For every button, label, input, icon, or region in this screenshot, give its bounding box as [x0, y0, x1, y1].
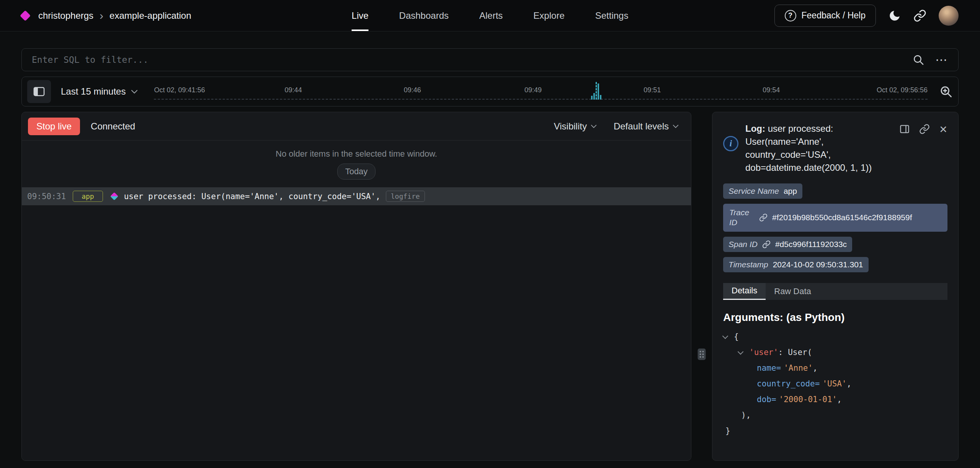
link-icon [919, 124, 930, 134]
time-range-label: Last 15 minutes [61, 86, 126, 97]
sql-filter-input[interactable] [32, 55, 902, 65]
timeline-tick: 09:46 [404, 86, 421, 94]
default-levels-dropdown[interactable]: Default levels [614, 121, 679, 132]
attribute-pill: Trace ID #f2019b98b550cd8a61546c2f918895… [723, 204, 947, 232]
log-list-messages: No older items in the selected time wind… [22, 141, 691, 180]
log-message: user processed: User(name='Anne', countr… [124, 192, 381, 201]
live-log-panel: Stop live Connected Visibility Default l… [21, 112, 691, 461]
breadcrumb-project[interactable]: example-application [109, 10, 191, 21]
code-line: dob='2000-01-01', [723, 392, 947, 407]
sidebar-toggle-icon [33, 87, 45, 97]
nav-item[interactable]: Dashboards [399, 0, 449, 31]
code-token: , [813, 363, 818, 373]
chevron-down-icon [591, 124, 597, 128]
link-icon [913, 9, 926, 22]
link-icon[interactable] [762, 240, 771, 249]
log-row-selected[interactable]: 09:50:31 app user processed: User(name='… [22, 187, 691, 205]
feedback-help-button[interactable]: ? Feedback / Help [774, 5, 876, 27]
timeline-strip[interactable]: Oct 02, 09:41:56 09:44 09:46 09:49 09:51… [154, 77, 928, 106]
timeline-tick: 09:51 [644, 86, 661, 94]
code-token: { [734, 332, 739, 341]
attribute-pills: Service Name app Trace ID #f2019b98b550c… [723, 183, 947, 272]
close-icon: ✕ [939, 124, 947, 136]
nav-item-label: Settings [595, 10, 629, 21]
attribute-pill: Service Name app [723, 183, 802, 199]
nav-item[interactable]: Settings [595, 0, 629, 31]
log-detail-panel: i Log: user processed: User(name='Anne',… [712, 112, 959, 461]
attribute-pill: Span ID #d5c996f11192033c [723, 237, 852, 252]
arguments-code: {'user': User(name='Anne',country_code='… [723, 329, 947, 439]
detail-tab[interactable]: Details [723, 283, 766, 300]
panel-layout-icon [899, 124, 910, 134]
detail-tabs: Details Raw Data [723, 283, 947, 300]
detail-title: Log: user processed: User(name='Anne', c… [745, 122, 892, 174]
content-area: Stop live Connected Visibility Default l… [21, 112, 959, 461]
timeline-tick: 09:54 [763, 86, 780, 94]
time-range-selector[interactable]: Last 15 minutes [61, 86, 138, 97]
timeline-bar: Last 15 minutes Oct 02, 09:41:56 09:44 0… [21, 77, 959, 106]
code-line: 'user': User( [723, 345, 947, 360]
timeline-tick: 09:44 [285, 86, 302, 94]
visibility-dropdown[interactable]: Visibility [554, 121, 597, 132]
timeline-zoom-button[interactable] [939, 85, 953, 98]
tab-label: Details [732, 286, 757, 296]
search-icon[interactable] [912, 54, 924, 66]
code-token: country_code= [757, 379, 820, 388]
attribute-value: 2024-10-02 09:50:31.301 [773, 260, 863, 269]
nav-item-label: Dashboards [399, 10, 449, 21]
zoom-in-icon [939, 85, 953, 98]
attribute-label: Service Name [728, 187, 779, 196]
collapse-caret-icon[interactable] [738, 348, 749, 357]
close-detail-button[interactable]: ✕ [939, 124, 947, 136]
dark-mode-toggle[interactable] [888, 9, 901, 22]
breadcrumb-org[interactable]: christophergs [38, 10, 93, 21]
code-line: name='Anne', [723, 360, 947, 376]
nav-item[interactable]: Alerts [479, 0, 503, 31]
detail-tab[interactable]: Raw Data [766, 283, 820, 300]
code-token: dob= [757, 395, 776, 404]
info-level-icon: i [723, 136, 738, 151]
filter-menu-icon[interactable]: ⋯ [935, 54, 948, 66]
log-level-diamond-icon [110, 192, 118, 200]
user-avatar[interactable] [939, 6, 959, 26]
top-nav-bar: christophergs › example-application Live… [0, 0, 980, 31]
timeline-histogram-spike [591, 82, 601, 100]
code-token: , [837, 395, 842, 404]
log-timestamp: 09:50:31 [27, 192, 66, 201]
code-token: ), [741, 411, 751, 420]
log-list-empty-space [22, 205, 691, 460]
attribute-pill: Timestamp 2024-10-02 09:50:31.301 [723, 257, 869, 272]
sidebar-toggle-button[interactable] [27, 80, 51, 103]
sql-filter-bar: ⋯ [21, 48, 959, 71]
copy-link-button[interactable] [919, 124, 930, 134]
default-levels-label: Default levels [614, 121, 669, 132]
nav-item-label: Explore [533, 10, 564, 21]
resize-grip-handle[interactable] [698, 349, 706, 360]
attribute-label: Timestamp [728, 260, 768, 269]
code-token: 'USA' [822, 379, 846, 388]
code-token: : User( [778, 348, 812, 357]
attribute-value: app [784, 187, 797, 196]
live-panel-header: Stop live Connected Visibility Default l… [22, 112, 691, 141]
question-circle-icon: ? [785, 10, 796, 21]
timeline-ticks: Oct 02, 09:41:56 09:44 09:46 09:49 09:51… [154, 77, 928, 106]
nav-item-label: Live [352, 10, 369, 21]
code-token: , [847, 379, 852, 388]
timeline-tick: Oct 02, 09:41:56 [154, 86, 205, 94]
nav-item[interactable]: Live [352, 0, 369, 31]
share-link-button[interactable] [913, 9, 926, 22]
nav-item[interactable]: Explore [533, 0, 564, 31]
link-icon[interactable] [759, 213, 768, 222]
logfire-logo-icon[interactable] [20, 10, 31, 21]
code-token: '2000-01-01' [779, 395, 837, 404]
open-panel-button[interactable] [899, 124, 910, 134]
collapse-caret-icon[interactable] [723, 332, 734, 341]
stop-live-button[interactable]: Stop live [28, 118, 80, 135]
tab-label: Raw Data [774, 286, 811, 296]
attribute-label: Span ID [728, 240, 758, 249]
attribute-label: Trace ID [729, 208, 755, 228]
attribute-value: #d5c996f11192033c [775, 240, 847, 249]
connection-status: Connected [91, 121, 135, 132]
scope-tag: logfire [386, 191, 425, 202]
today-button[interactable]: Today [337, 164, 376, 180]
